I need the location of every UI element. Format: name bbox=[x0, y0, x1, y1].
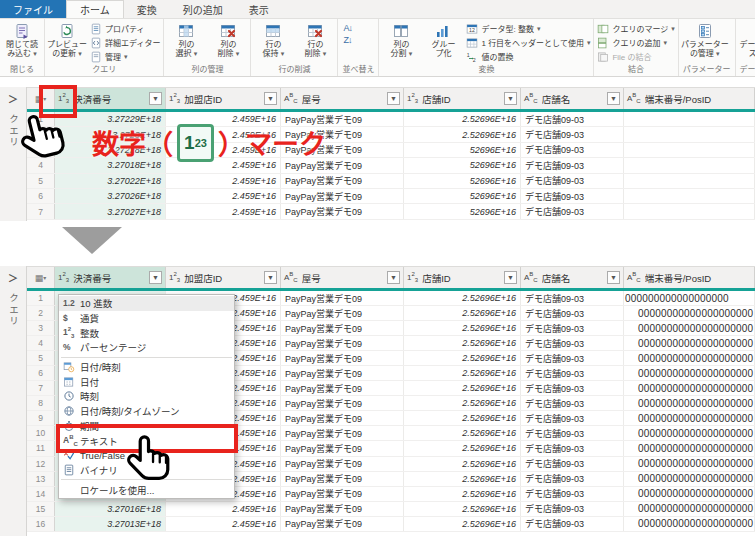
filter-dropdown-button[interactable]: ▼ bbox=[504, 92, 517, 105]
menu-item-[interactable]: %パーセンテージ bbox=[59, 340, 234, 355]
table-cell[interactable]: 00000000000000000000 bbox=[624, 517, 755, 531]
table-cell[interactable]: PayPay営業デモ09 bbox=[281, 204, 404, 218]
use-first-row-button[interactable]: 1 行目をヘッダーとして使用 ▾ bbox=[466, 36, 590, 49]
table-cell[interactable]: PayPay営業デモ09 bbox=[281, 441, 404, 455]
table-cell[interactable]: 00000000000000000000 bbox=[624, 426, 755, 440]
table-cell[interactable]: 2.52696E+16 bbox=[404, 306, 521, 320]
table-cell[interactable]: 2.52696E+16 bbox=[404, 351, 521, 365]
filter-dropdown-button[interactable]: ▼ bbox=[607, 92, 620, 105]
table-cell[interactable]: 00000000000000000000 bbox=[624, 487, 755, 501]
table-cell[interactable]: デモ店舗09-03 bbox=[521, 351, 624, 365]
table-cell[interactable]: 00000000000000000000 bbox=[624, 457, 755, 471]
replace-values-button[interactable]: 12 値の置換 bbox=[466, 50, 590, 63]
menu-item-[interactable]: 日付/時刻 bbox=[59, 360, 234, 375]
table-cell[interactable]: デモ店舗09-03 bbox=[521, 487, 624, 501]
table-cell[interactable]: 2.459E+16 bbox=[166, 189, 281, 203]
table-cell[interactable]: PayPay営業デモ09 bbox=[281, 517, 404, 531]
remove-columns-button[interactable]: 列の 削除 ▾ bbox=[207, 20, 249, 64]
column-header-5[interactable]: ABC店舗名▼ bbox=[521, 267, 624, 288]
table-cell[interactable]: 52696E+16 bbox=[404, 189, 521, 203]
table-cell[interactable]: 2.52696E+16 bbox=[404, 112, 521, 126]
row-number[interactable]: 15 bbox=[27, 502, 55, 516]
table-cell[interactable]: 2.459E+16 bbox=[166, 517, 281, 531]
number-type-icon[interactable]: 123 bbox=[407, 271, 418, 283]
menu-item-10[interactable]: 1.210 進数 bbox=[59, 296, 234, 311]
close-and-load-button[interactable]: 閉じて読 み込む ▾ bbox=[1, 20, 43, 64]
text-type-icon[interactable]: ABC bbox=[284, 271, 298, 283]
table-cell[interactable]: デモ店舗09-03 bbox=[521, 366, 624, 380]
column-header-4[interactable]: 123店舗ID▼ bbox=[404, 267, 521, 288]
table-cell[interactable]: デモ店舗09-03 bbox=[521, 457, 624, 471]
advanced-editor-button[interactable]: 詳細エディター bbox=[90, 36, 160, 49]
column-header-6[interactable]: ABC端末番号/PosID bbox=[624, 267, 755, 288]
table-cell[interactable]: 2.52696E+16 bbox=[404, 291, 521, 305]
tab-add-column[interactable]: 列の追加 bbox=[170, 0, 236, 18]
select-all-table-button[interactable]: ▦▾ bbox=[27, 267, 55, 288]
row-number[interactable]: 12 bbox=[27, 457, 55, 471]
table-cell[interactable]: デモ店舗09-03 bbox=[521, 291, 624, 305]
filter-dropdown-button[interactable]: ▼ bbox=[504, 271, 517, 284]
text-type-icon[interactable]: ABC bbox=[524, 271, 538, 283]
table-cell[interactable]: デモ店舗09-03 bbox=[521, 426, 624, 440]
table-cell[interactable]: PayPay営業デモ09 bbox=[281, 381, 404, 395]
table-cell[interactable]: 2.52696E+16 bbox=[404, 426, 521, 440]
filter-dropdown-button[interactable]: ▼ bbox=[387, 92, 400, 105]
table-cell[interactable]: 3.27013E+18 bbox=[55, 517, 166, 531]
column-header-6[interactable]: ABC端末番号/PosID bbox=[624, 88, 755, 109]
table-cell[interactable]: デモ店舗09-03 bbox=[521, 396, 624, 410]
table-cell[interactable]: 2.52696E+16 bbox=[404, 321, 521, 335]
table-cell[interactable]: PayPay営業デモ09 bbox=[281, 487, 404, 501]
column-header-3[interactable]: ABC屋号▼ bbox=[281, 267, 404, 288]
row-number[interactable]: 8 bbox=[27, 396, 55, 410]
sort-ascending-icon[interactable]: A↓ bbox=[343, 23, 352, 33]
tab-file[interactable]: ファイル bbox=[0, 0, 66, 18]
row-number[interactable]: 13 bbox=[27, 472, 55, 486]
table-cell[interactable]: 52696E+16 bbox=[404, 143, 521, 157]
append-queries-button[interactable]: クエリの追加 ▾ bbox=[597, 36, 674, 49]
table-cell[interactable]: PayPay営業デモ09 bbox=[281, 502, 404, 516]
refresh-preview-button[interactable]: プレビュー の更新 ▾ bbox=[46, 20, 88, 64]
table-cell[interactable]: 2.52696E+16 bbox=[404, 396, 521, 410]
table-cell[interactable]: PayPay営業デモ09 bbox=[281, 306, 404, 320]
table-cell[interactable] bbox=[624, 189, 755, 203]
manage-parameters-button[interactable]: パラメーター の管理 ▾ bbox=[680, 20, 730, 64]
table-cell[interactable]: PayPay営業デモ09 bbox=[281, 472, 404, 486]
table-cell[interactable]: 00000000000000000000 bbox=[624, 441, 755, 455]
table-cell[interactable]: 52696E+16 bbox=[404, 174, 521, 188]
tab-home[interactable]: ホーム bbox=[66, 0, 124, 18]
filter-dropdown-button[interactable]: ▼ bbox=[149, 92, 162, 105]
row-number[interactable]: 3 bbox=[27, 321, 55, 335]
number-type-icon[interactable]: 123 bbox=[169, 92, 180, 104]
data-source-settings-button[interactable]: データ ソー ス設定 bbox=[737, 20, 755, 64]
tab-transform[interactable]: 変換 bbox=[124, 0, 170, 18]
column-header-5[interactable]: ABC店舗名▼ bbox=[521, 88, 624, 109]
table-cell[interactable]: PayPay営業デモ09 bbox=[281, 426, 404, 440]
filter-dropdown-button[interactable]: ▼ bbox=[149, 271, 162, 284]
table-cell[interactable]: 00000000000000000000 bbox=[624, 396, 755, 410]
table-cell[interactable]: デモ店舗09-03 bbox=[521, 127, 624, 141]
table-cell[interactable]: デモ店舗09-03 bbox=[521, 517, 624, 531]
table-cell[interactable]: 2.52696E+16 bbox=[404, 366, 521, 380]
table-cell[interactable]: PayPay営業デモ09 bbox=[281, 366, 404, 380]
row-number[interactable]: 16 bbox=[27, 517, 55, 531]
table-cell[interactable]: デモ店舗09-03 bbox=[521, 189, 624, 203]
group-by-button[interactable]: グルー プ化 bbox=[422, 20, 464, 64]
table-cell[interactable]: 3.27026E+18 bbox=[55, 189, 166, 203]
row-number[interactable]: 9 bbox=[27, 411, 55, 425]
expand-queries-chevron[interactable]: ＞ bbox=[8, 91, 18, 106]
sort-descending-icon[interactable]: Z↓ bbox=[343, 35, 352, 45]
table-cell[interactable]: 000000000000000000 bbox=[624, 291, 755, 305]
table-cell[interactable]: 2.52696E+16 bbox=[404, 472, 521, 486]
table-cell[interactable]: デモ店舗09-03 bbox=[521, 143, 624, 157]
filter-dropdown-button[interactable]: ▼ bbox=[264, 271, 277, 284]
table-cell[interactable] bbox=[624, 112, 755, 126]
table-cell[interactable] bbox=[624, 174, 755, 188]
table-cell[interactable]: デモ店舗09-03 bbox=[521, 158, 624, 172]
table-cell[interactable]: デモ店舗09-03 bbox=[521, 441, 624, 455]
table-cell[interactable]: 52696E+16 bbox=[404, 204, 521, 218]
table-cell[interactable]: デモ店舗09-03 bbox=[521, 502, 624, 516]
table-cell[interactable]: 2.52696E+16 bbox=[404, 487, 521, 501]
number-type-icon[interactable]: 123 bbox=[407, 92, 418, 104]
table-cell[interactable]: 2.459E+16 bbox=[166, 204, 281, 218]
remove-rows-button[interactable]: 行の 削除 ▾ bbox=[294, 20, 336, 64]
